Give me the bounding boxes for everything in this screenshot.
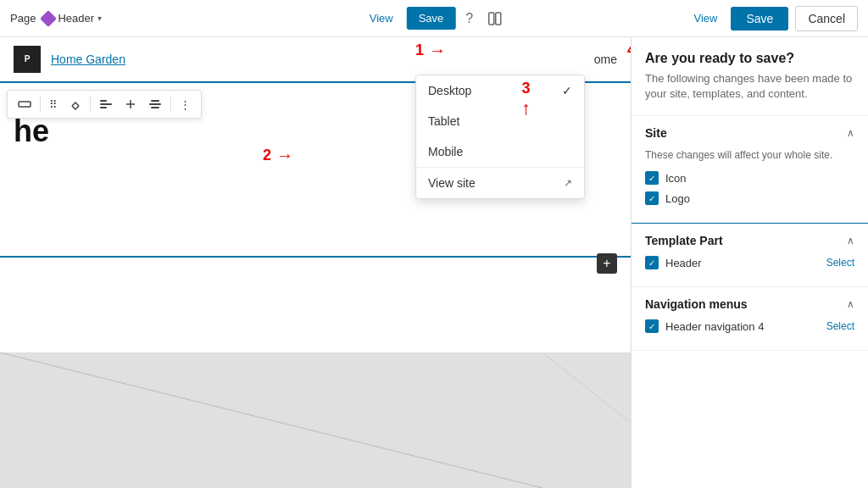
svg-rect-4	[100, 103, 112, 105]
chevron-down-icon: ▾	[97, 14, 102, 23]
template-part-header: Template Part ∧	[645, 234, 854, 247]
image-placeholder-right	[542, 352, 631, 488]
svg-rect-2	[19, 102, 31, 107]
view-dropdown: Desktop ✓ Tablet Mobile View site ↗	[415, 75, 585, 199]
divider2	[90, 96, 91, 113]
toolbar: Page Header ▾ View Save ? View Save Canc…	[0, 0, 868, 37]
diagonal-line-right	[542, 352, 631, 423]
dropdown-tablet[interactable]: Tablet	[416, 106, 584, 136]
header-chip[interactable]: Header ▾	[42, 12, 102, 25]
panel-header: Are you ready to save? The following cha…	[632, 37, 868, 116]
svg-line-12	[542, 352, 631, 423]
icon-label: Icon	[665, 172, 687, 185]
logo-checkbox[interactable]: ✓	[645, 191, 659, 205]
align-left-button[interactable]	[94, 94, 118, 114]
header-label: Header	[665, 257, 702, 269]
template-part-section: Template Part ∧ ✓ Header Select	[632, 224, 868, 287]
more-options-button[interactable]: ⋮	[175, 95, 196, 114]
check-mark: ✓	[562, 84, 572, 97]
image-placeholder-left	[0, 352, 542, 488]
navigation-section: Navigation menus ∧ ✓ Header navigation 4…	[632, 287, 868, 351]
toolbar-center: View Save ?	[363, 7, 506, 30]
selection-border-bottom	[0, 256, 631, 258]
site-title-link[interactable]: Home Garden	[51, 53, 125, 66]
main-layout: P Home Garden ome he ⠿	[0, 37, 868, 488]
view-button[interactable]: View	[363, 8, 400, 28]
toolbar-left: Page Header ▾	[10, 12, 687, 25]
nav-label: Header navigation 4	[665, 320, 764, 333]
site-section-header: Site ∧	[645, 126, 854, 140]
toolbar-right: View Save Cancel	[687, 6, 858, 31]
external-link-icon: ↗	[564, 177, 572, 189]
icon-check-left: ✓ Icon	[645, 171, 687, 185]
site-section: Site ∧ These changes will affect your wh…	[632, 116, 868, 223]
template-part-title: Template Part	[645, 234, 723, 247]
save-button[interactable]: Save	[407, 7, 456, 30]
site-section-title: Site	[645, 126, 667, 140]
svg-line-11	[0, 352, 542, 488]
panel-subtitle: The following changes have been made to …	[645, 71, 854, 102]
header-chip-label: Header	[58, 12, 94, 25]
nav-check-left: ✓ Header navigation 4	[645, 319, 764, 333]
header-check-row: ✓ Header Select	[645, 256, 854, 269]
logo-label: Logo	[665, 192, 690, 205]
site-section-toggle[interactable]: ∧	[847, 127, 854, 139]
header-checkbox[interactable]: ✓	[645, 256, 659, 269]
page-label: Page	[10, 12, 36, 25]
dropdown-mobile[interactable]: Mobile	[416, 136, 584, 167]
logo-check-row: ✓ Logo	[645, 191, 854, 205]
annotation-number-2: 2	[263, 147, 271, 164]
navigation-section-title: Navigation menus	[645, 297, 748, 311]
navigation-section-header: Navigation menus ∧	[645, 297, 854, 311]
save-primary-button[interactable]: Save	[731, 7, 788, 30]
svg-rect-9	[149, 103, 161, 105]
icon-check-row: ✓ Icon	[645, 171, 854, 185]
view-button-right[interactable]: View	[687, 8, 725, 28]
svg-rect-3	[100, 100, 107, 102]
svg-rect-0	[488, 13, 493, 25]
editor-area: P Home Garden ome he ⠿	[0, 37, 631, 488]
site-section-desc: These changes will affect your whole sit…	[645, 148, 854, 163]
template-part-toggle[interactable]: ∧	[847, 235, 854, 247]
drag-handle-button[interactable]: ⠿	[44, 95, 63, 114]
header-check-left: ✓ Header	[645, 256, 702, 269]
cancel-button[interactable]: Cancel	[795, 6, 858, 31]
dropdown-desktop[interactable]: Desktop ✓	[416, 75, 584, 106]
svg-rect-1	[495, 13, 500, 25]
svg-rect-10	[151, 107, 159, 108]
right-panel: Are you ready to save? The following cha…	[631, 37, 868, 488]
site-logo: P	[14, 46, 41, 73]
panel-title: Are you ready to save?	[645, 51, 854, 66]
divider3	[170, 96, 171, 113]
up-down-button[interactable]	[64, 95, 86, 114]
help-icon-button[interactable]: ?	[462, 8, 476, 30]
nav-select-link[interactable]: Select	[826, 320, 854, 332]
layout-icon-button[interactable]	[483, 8, 505, 30]
dropdown-view-site[interactable]: View site ↗	[416, 168, 584, 198]
diamond-icon	[40, 10, 57, 27]
nav-check-row: ✓ Header navigation 4 Select	[645, 319, 854, 333]
diagonal-line-left	[0, 352, 542, 488]
align-center-button[interactable]	[143, 94, 167, 114]
block-toolbar: ⠿	[7, 90, 202, 119]
svg-rect-5	[100, 107, 107, 108]
nav-checkbox[interactable]: ✓	[645, 319, 659, 333]
svg-rect-8	[151, 100, 159, 102]
icon-checkbox[interactable]: ✓	[645, 171, 659, 185]
add-block-inline-button[interactable]	[120, 95, 142, 114]
logo-check-left: ✓ Logo	[645, 191, 690, 205]
header-select-link[interactable]: Select	[826, 257, 854, 269]
image-row	[0, 352, 631, 488]
navigation-section-toggle[interactable]: ∧	[847, 298, 854, 310]
home-text: ome	[594, 53, 617, 66]
add-block-button[interactable]: +	[597, 253, 617, 274]
block-type-button[interactable]	[13, 94, 36, 114]
divider	[40, 96, 41, 113]
